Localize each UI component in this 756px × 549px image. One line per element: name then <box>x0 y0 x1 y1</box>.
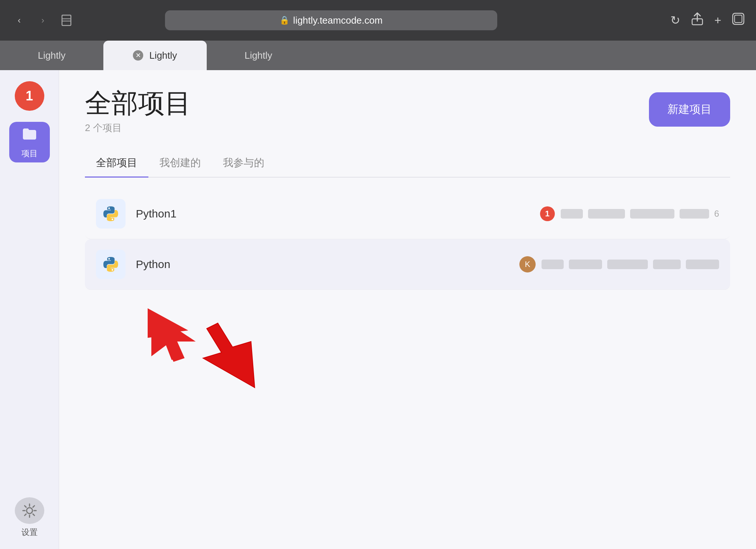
content-area: 全部项目 2 个项目 新建项目 全部项目 我创建的 我参与的 <box>59 70 756 549</box>
meta-text-6: 6 <box>714 209 719 219</box>
tab-bar: Lightly ✕ Lightly Lightly <box>0 41 756 70</box>
tab-2-label: Lightly <box>149 50 177 61</box>
project-tabs: 全部项目 我创建的 我参与的 <box>85 149 730 178</box>
meta-block-d <box>653 260 681 269</box>
share-button[interactable] <box>691 11 704 29</box>
tab-3-label: Lightly <box>244 50 272 61</box>
svg-rect-0 <box>62 15 71 25</box>
user-avatar-small: K <box>519 256 536 272</box>
project-list: Python1 1 6 <box>85 189 730 290</box>
page-title-group: 全部项目 2 个项目 <box>85 89 191 134</box>
project-meta-python1: 1 6 <box>540 206 719 221</box>
svg-point-6 <box>27 508 32 514</box>
project-item-python[interactable]: Python K <box>85 239 730 290</box>
tab-close-button[interactable]: ✕ <box>133 50 143 61</box>
svg-point-8 <box>111 219 113 220</box>
project-icon-python <box>96 250 126 279</box>
project-name-python1: Python1 <box>136 207 530 220</box>
svg-point-9 <box>108 258 110 260</box>
meta-block-a <box>542 260 564 269</box>
meta-block-e <box>686 260 719 269</box>
avatar-number: 1 <box>25 88 33 104</box>
svg-point-10 <box>111 269 113 271</box>
notification-badge: 1 <box>540 206 555 221</box>
tabs-button[interactable] <box>732 12 745 28</box>
user-avatar[interactable]: 1 <box>15 81 44 111</box>
meta-block-2 <box>588 209 625 219</box>
red-cursor-arrow <box>144 305 203 364</box>
meta-block-c <box>607 260 648 269</box>
project-meta-python: K <box>519 256 719 272</box>
forward-button[interactable]: › <box>35 12 51 28</box>
blurred-meta-python <box>542 260 719 269</box>
meta-block-4 <box>680 209 709 219</box>
meta-block-3 <box>630 209 674 219</box>
sidebar: 1 项目 设置 <box>0 70 59 549</box>
sidebar-item-settings-label: 设置 <box>21 527 38 538</box>
sidebar-item-settings[interactable]: 设置 <box>9 497 50 538</box>
reload-button[interactable]: ↻ <box>670 13 680 27</box>
new-project-button[interactable]: 新建项目 <box>649 92 730 127</box>
blurred-meta-python1: 6 <box>561 209 719 219</box>
sidebar-item-projects-label: 项目 <box>21 148 38 159</box>
back-button[interactable]: ‹ <box>11 12 27 28</box>
tab-3[interactable]: Lightly <box>207 41 310 70</box>
page-subtitle: 2 个项目 <box>85 121 191 134</box>
new-tab-button[interactable]: + <box>714 14 721 27</box>
tab-1-label: Lightly <box>38 50 65 61</box>
app-layout: 1 项目 设置 全部项目 2 个项目 <box>0 70 756 549</box>
project-icon-python1 <box>96 199 126 229</box>
tab-my-projects[interactable]: 我创建的 <box>148 149 212 178</box>
settings-icon <box>15 497 44 524</box>
sidebar-item-projects[interactable]: 项目 <box>9 122 50 162</box>
tab-2[interactable]: ✕ Lightly <box>103 41 207 70</box>
tab-1[interactable]: Lightly <box>0 41 103 70</box>
folder-icon <box>21 126 38 145</box>
address-bar[interactable]: 🔒 lightly.teamcode.com <box>165 10 497 30</box>
content-header: 全部项目 2 个项目 新建项目 <box>85 89 730 134</box>
tab-all-projects[interactable]: 全部项目 <box>85 149 148 178</box>
bookmarks-button[interactable] <box>58 12 75 28</box>
svg-point-7 <box>108 207 110 209</box>
svg-rect-5 <box>735 15 742 23</box>
meta-block-b <box>569 260 602 269</box>
project-item-python1[interactable]: Python1 1 6 <box>85 189 730 239</box>
browser-actions: ↻ + <box>670 11 745 29</box>
url-text: lightly.teamcode.com <box>293 15 382 26</box>
lock-icon: 🔒 <box>279 16 289 25</box>
page-title: 全部项目 <box>85 89 191 118</box>
project-name-python: Python <box>136 258 509 271</box>
tab-participated[interactable]: 我参与的 <box>212 149 275 178</box>
user-initial: K <box>525 260 530 269</box>
svg-marker-12 <box>148 308 188 360</box>
browser-chrome: ‹ › 🔒 lightly.teamcode.com ↻ + <box>0 0 756 41</box>
meta-block-1 <box>561 209 583 219</box>
svg-marker-11 <box>151 312 196 362</box>
